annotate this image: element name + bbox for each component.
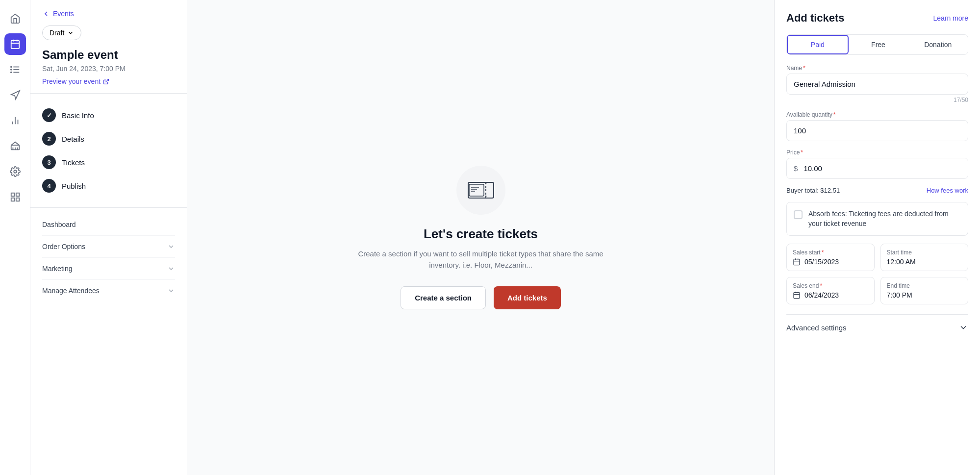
sales-end-row: Sales end * 06/24/2023 End time 7:00 PM: [786, 277, 968, 304]
step-publish[interactable]: 4 Publish: [42, 174, 175, 198]
price-input[interactable]: [804, 158, 968, 178]
end-time-field[interactable]: End time 7:00 PM: [880, 277, 969, 304]
quantity-input[interactable]: [786, 120, 968, 141]
svg-rect-25: [469, 184, 484, 196]
price-form-group: Price * $: [786, 149, 968, 179]
menu-dashboard[interactable]: Dashboard: [42, 214, 175, 236]
how-fees-link[interactable]: How fees work: [927, 187, 968, 194]
step-2-number: 2: [47, 135, 50, 143]
svg-point-9: [10, 72, 11, 73]
action-buttons: Create a section Add tickets: [344, 286, 618, 309]
marketing-label: Marketing: [42, 265, 72, 273]
menu-marketing[interactable]: Marketing: [42, 258, 175, 280]
ticket-type-tabs: Paid Free Donation: [786, 34, 968, 55]
svg-rect-23: [468, 182, 494, 198]
advanced-settings-row[interactable]: Advanced settings: [786, 314, 968, 340]
create-desc: Create a section if you want to sell mul…: [344, 249, 618, 271]
bank-nav-icon[interactable]: [4, 135, 26, 157]
buyer-total-text: Buyer total: $12.51: [786, 187, 840, 194]
step-2-circle: 2: [42, 132, 56, 146]
event-date: Sat, Jun 24, 2023, 7:00 PM: [42, 65, 175, 73]
step-3-circle: 3: [42, 155, 56, 169]
name-required: *: [803, 65, 805, 72]
tab-paid[interactable]: Paid: [787, 35, 849, 54]
draft-label: Draft: [50, 29, 64, 37]
price-currency: $: [787, 158, 804, 178]
sales-end-field[interactable]: Sales end * 06/24/2023: [786, 277, 875, 304]
step-3-number: 3: [47, 159, 50, 166]
sales-start-label: Sales start *: [793, 249, 868, 256]
svg-rect-29: [794, 259, 800, 265]
calendar-end-icon: [793, 291, 801, 299]
grid-nav-icon[interactable]: [4, 186, 26, 208]
step-basic-info[interactable]: ✓ Basic Info: [42, 103, 175, 127]
chart-nav-icon[interactable]: [4, 110, 26, 131]
buyer-total-row: Buyer total: $12.51 How fees work: [786, 187, 968, 194]
sales-end-date: 06/24/2023: [804, 291, 839, 299]
svg-point-17: [14, 170, 17, 173]
quantity-required: *: [833, 111, 836, 118]
svg-rect-21: [16, 198, 19, 201]
home-nav-icon[interactable]: [4, 8, 26, 29]
check-icon: ✓: [47, 112, 52, 119]
preview-label: Preview your event: [42, 77, 101, 85]
settings-nav-icon[interactable]: [4, 161, 26, 182]
draft-badge[interactable]: Draft: [42, 25, 81, 40]
sales-start-field[interactable]: Sales start * 05/15/2023: [786, 244, 875, 271]
step-tickets[interactable]: 3 Tickets: [42, 150, 175, 174]
icon-sidebar: [0, 0, 30, 475]
svg-point-8: [10, 69, 11, 70]
add-tickets-button[interactable]: Add tickets: [494, 286, 561, 309]
advanced-settings-chevron: [958, 323, 968, 332]
step-details[interactable]: 2 Details: [42, 127, 175, 150]
name-label: Name *: [786, 65, 968, 72]
list-nav-icon[interactable]: [4, 59, 26, 80]
price-required: *: [801, 149, 803, 156]
dashboard-label: Dashboard: [42, 221, 76, 228]
event-title: Sample event: [42, 48, 175, 62]
svg-point-7: [10, 67, 11, 68]
learn-more-link[interactable]: Learn more: [933, 14, 968, 22]
absorb-fees-checkbox[interactable]: [794, 210, 803, 219]
quantity-form-group: Available quantity *: [786, 111, 968, 141]
megaphone-nav-icon[interactable]: [4, 84, 26, 106]
sales-start-date: 05/15/2023: [804, 258, 839, 266]
svg-rect-0: [11, 41, 19, 49]
center-card: Let's create tickets Create a section if…: [344, 166, 618, 309]
step-4-number: 4: [47, 182, 50, 190]
name-input[interactable]: [786, 74, 968, 95]
tab-donation[interactable]: Donation: [908, 35, 968, 54]
svg-line-22: [105, 79, 108, 82]
svg-rect-18: [11, 193, 14, 196]
ticket-illustration: [456, 166, 505, 215]
calendar-nav-icon[interactable]: [4, 33, 26, 55]
menu-manage-attendees[interactable]: Manage Attendees: [42, 280, 175, 301]
right-panel: Add tickets Learn more Paid Free Donatio…: [774, 0, 980, 475]
main-content: Let's create tickets Create a section if…: [187, 0, 774, 475]
right-panel-title: Add tickets: [786, 12, 845, 25]
step-1-circle: ✓: [42, 108, 56, 122]
svg-rect-20: [11, 198, 14, 201]
absorb-fees-text: Absorb fees: Ticketing fees are deducted…: [808, 209, 961, 228]
absorb-fees-row: Absorb fees: Ticketing fees are deducted…: [786, 202, 968, 236]
back-to-events-link[interactable]: Events: [42, 10, 175, 18]
end-time-label: End time: [887, 282, 962, 289]
side-menu: Dashboard Order Options Marketing Manage…: [30, 208, 187, 307]
manage-attendees-label: Manage Attendees: [42, 287, 100, 295]
left-panel: Events Draft Sample event Sat, Jun 24, 2…: [30, 0, 187, 475]
svg-rect-33: [794, 293, 800, 299]
step-2-label: Details: [62, 135, 84, 143]
quantity-label: Available quantity *: [786, 111, 968, 118]
menu-order-options[interactable]: Order Options: [42, 236, 175, 258]
tab-free[interactable]: Free: [849, 35, 908, 54]
start-time-value: 12:00 AM: [887, 258, 962, 266]
step-1-label: Basic Info: [62, 111, 94, 120]
back-label: Events: [53, 10, 74, 18]
create-section-button[interactable]: Create a section: [401, 286, 486, 309]
order-options-label: Order Options: [42, 243, 85, 250]
right-panel-header: Add tickets Learn more: [786, 12, 968, 25]
preview-link[interactable]: Preview your event: [42, 77, 175, 85]
calendar-start-icon: [793, 258, 801, 266]
price-input-wrapper: $: [786, 158, 968, 179]
start-time-field[interactable]: Start time 12:00 AM: [880, 244, 969, 271]
